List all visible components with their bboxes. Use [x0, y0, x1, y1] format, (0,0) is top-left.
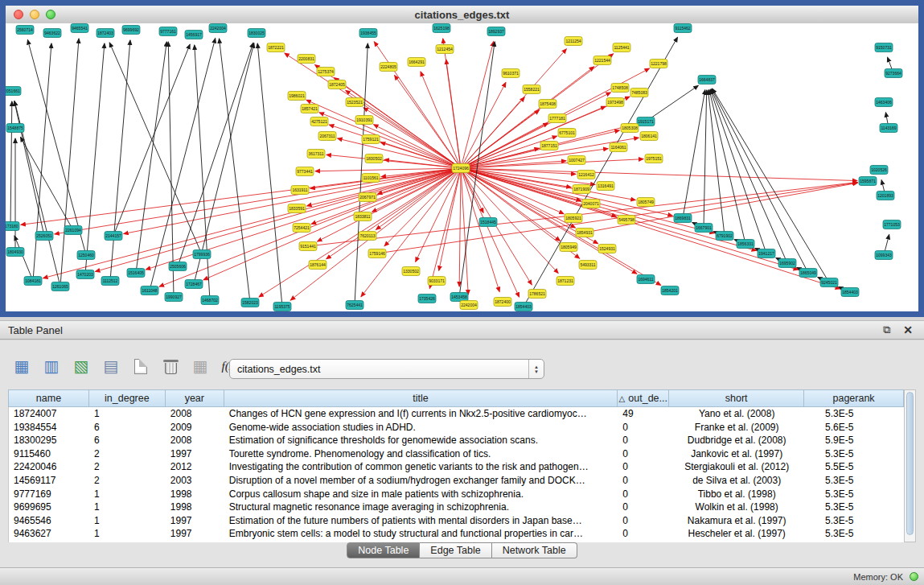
- network-node[interactable]: 1941217: [758, 249, 775, 258]
- float-panel-icon[interactable]: ⧉: [879, 323, 895, 337]
- network-node[interactable]: 1084181: [24, 277, 42, 286]
- disabled-table-icon[interactable]: ▦: [190, 355, 211, 377]
- network-node[interactable]: 2560714: [16, 26, 34, 35]
- network-node[interactable]: 1777181: [548, 114, 566, 123]
- network-node[interactable]: 1664291: [408, 58, 425, 67]
- delete-table-icon[interactable]: [160, 355, 181, 377]
- network-node[interactable]: 1876144: [309, 261, 326, 270]
- network-node[interactable]: 1833591: [288, 204, 306, 213]
- table-row[interactable]: 2242004622012Investigating the contribut…: [9, 460, 904, 474]
- network-node[interactable]: 2067971: [359, 193, 376, 202]
- network-node[interactable]: 9773441: [296, 167, 314, 176]
- column-header-name[interactable]: name: [9, 390, 89, 406]
- network-node[interactable]: 2200831: [298, 55, 315, 64]
- network-node[interactable]: 1990927: [165, 293, 183, 302]
- network-node[interactable]: 1806141: [640, 132, 658, 141]
- tab-node-table[interactable]: Node Table: [347, 542, 420, 558]
- network-node[interactable]: 2144157: [105, 232, 122, 241]
- network-node[interactable]: 1865049: [799, 269, 817, 278]
- network-node[interactable]: 1871909: [573, 185, 590, 194]
- table-selector-combobox[interactable]: citations_edges.txt ▲ ▼: [229, 359, 544, 379]
- network-node[interactable]: 9273664: [885, 69, 902, 78]
- network-node[interactable]: 1595871: [859, 177, 877, 186]
- network-node[interactable]: 1871231: [556, 277, 574, 286]
- close-window-button[interactable]: [14, 10, 23, 19]
- network-node[interactable]: 1854931: [576, 229, 593, 237]
- network-node[interactable]: 1201893: [877, 192, 894, 200]
- network-node[interactable]: 1915171: [637, 117, 655, 126]
- tab-network-table[interactable]: Network Table: [492, 542, 577, 558]
- network-node[interactable]: 1975151: [645, 154, 663, 163]
- network-node[interactable]: 1582023: [241, 299, 259, 307]
- network-node[interactable]: 1872400: [494, 298, 511, 307]
- network-node[interactable]: 1631911: [291, 186, 309, 195]
- column-header-year[interactable]: year: [166, 390, 224, 406]
- network-node[interactable]: 3617311: [307, 150, 325, 159]
- network-node[interactable]: 1833811: [354, 212, 372, 221]
- network-node[interactable]: 1456917: [185, 31, 203, 39]
- network-node[interactable]: 9699692: [122, 26, 140, 35]
- network-node[interactable]: 7254421: [293, 224, 310, 233]
- network-node[interactable]: 1548875: [6, 124, 24, 133]
- network-node[interactable]: 1211254: [565, 37, 582, 46]
- network-node[interactable]: 1558221: [523, 85, 540, 94]
- network-node[interactable]: 2242004: [209, 24, 227, 33]
- network-node[interactable]: 1973498: [606, 98, 624, 107]
- table-row[interactable]: 977716911998Corpus callosum shape and si…: [9, 488, 904, 501]
- network-node[interactable]: 7625441: [346, 301, 363, 310]
- network-node[interactable]: 1694611: [637, 275, 655, 284]
- network-node[interactable]: 1854201: [661, 286, 679, 295]
- table-row[interactable]: 1830029562008Estimation of significance …: [9, 434, 904, 447]
- network-node[interactable]: 1195375: [273, 303, 291, 311]
- network-node[interactable]: 1892937: [487, 27, 505, 36]
- network-node[interactable]: 1664837: [698, 76, 716, 84]
- network-node[interactable]: 1667901: [695, 224, 713, 233]
- network-node[interactable]: 2261094: [64, 226, 82, 235]
- network-node[interactable]: 4275121: [310, 117, 328, 126]
- network-node[interactable]: 1805308: [621, 124, 639, 133]
- table-row[interactable]: 1872400712008Changes of HCN gene express…: [9, 407, 904, 421]
- network-node[interactable]: 1799936: [193, 250, 211, 259]
- network-node[interactable]: 1748508: [611, 84, 629, 93]
- network-node[interactable]: 1854403: [841, 288, 859, 297]
- table-row[interactable]: 911546021997Tourette syndrome. Phenomeno…: [9, 447, 904, 461]
- network-node[interactable]: 1872403: [97, 29, 114, 38]
- network-node[interactable]: 9033171: [428, 277, 446, 286]
- network-node[interactable]: 2526051: [35, 232, 53, 241]
- column-header-out-de-[interactable]: △out_de...: [618, 390, 669, 406]
- network-node[interactable]: 1221544: [593, 56, 611, 65]
- column-header-short[interactable]: short: [669, 390, 804, 406]
- window-titlebar[interactable]: citations_edges.txt: [6, 6, 918, 24]
- network-node[interactable]: 1611048: [141, 286, 158, 295]
- network-node[interactable]: 2051661: [6, 87, 21, 96]
- network-node[interactable]: 9463622: [43, 29, 61, 38]
- network-node[interactable]: 1523521: [346, 98, 363, 107]
- network-node[interactable]: 9610371: [502, 69, 519, 78]
- network-node[interactable]: 9465541: [71, 24, 88, 33]
- network-node[interactable]: 1007427: [568, 156, 585, 165]
- network-node[interactable]: 1212454: [436, 45, 454, 54]
- column-header-pagerank[interactable]: pagerank: [804, 390, 904, 406]
- network-node[interactable]: 1112512: [101, 277, 119, 286]
- column-header-in-degree[interactable]: in_degree: [89, 390, 166, 406]
- network-node[interactable]: 1938455: [359, 29, 377, 38]
- import-table-icon[interactable]: ▧: [71, 355, 92, 377]
- network-node[interactable]: 1869831: [674, 214, 692, 223]
- network-node[interactable]: 2040071: [582, 200, 600, 208]
- network-node[interactable]: 1173180: [6, 222, 19, 231]
- network-node[interactable]: 1910391: [355, 116, 373, 125]
- network-node[interactable]: 1875408: [539, 100, 556, 109]
- network-node[interactable]: 1805949: [560, 243, 577, 252]
- scrollbar-thumb[interactable]: [906, 392, 914, 535]
- network-node[interactable]: 1330502: [402, 267, 420, 276]
- network-node[interactable]: 6791902: [716, 232, 733, 241]
- network-node[interactable]: 1805921: [565, 214, 582, 223]
- network-node[interactable]: 1216412: [577, 171, 595, 179]
- network-node[interactable]: 1453458: [450, 293, 468, 302]
- network-node[interactable]: 2224805: [380, 63, 397, 72]
- network-node[interactable]: 1470203: [76, 270, 94, 279]
- network-node[interactable]: 1101561: [362, 174, 380, 183]
- network-node[interactable]: 5495798: [618, 216, 635, 225]
- network-node[interactable]: 1518445: [479, 218, 497, 227]
- network-node[interactable]: 1099343: [875, 251, 893, 260]
